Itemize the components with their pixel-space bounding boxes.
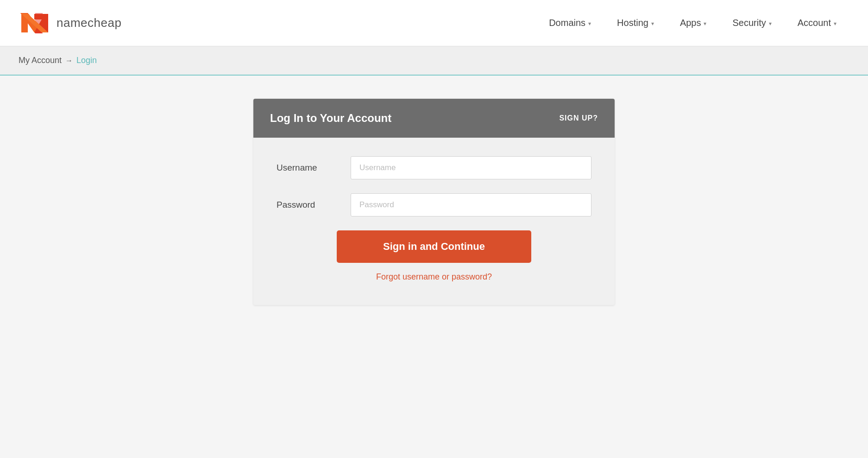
chevron-down-icon: ▾ bbox=[834, 20, 837, 27]
breadcrumb: My Account → Login bbox=[0, 46, 868, 76]
password-input[interactable] bbox=[351, 193, 591, 216]
card-body: Username Password Sign in and Continue F… bbox=[253, 138, 615, 305]
chevron-down-icon: ▾ bbox=[588, 20, 591, 27]
username-label: Username bbox=[277, 163, 341, 173]
username-input[interactable] bbox=[351, 156, 591, 179]
card-title: Log In to Your Account bbox=[270, 112, 391, 125]
nav-item-hosting[interactable]: Hosting ▾ bbox=[604, 13, 667, 33]
button-row: Sign in and Continue Forgot username or … bbox=[277, 230, 591, 282]
login-card: Log In to Your Account SIGN UP? Username… bbox=[253, 99, 615, 305]
chevron-down-icon: ▾ bbox=[651, 20, 654, 27]
main-nav: Domains ▾ Hosting ▾ Apps ▾ Security ▾ Ac… bbox=[536, 13, 849, 33]
forgot-password-link[interactable]: Forgot username or password? bbox=[376, 272, 492, 282]
nav-item-account[interactable]: Account ▾ bbox=[785, 13, 849, 33]
signin-button[interactable]: Sign in and Continue bbox=[337, 230, 531, 263]
breadcrumb-home: My Account bbox=[19, 56, 62, 65]
logo-text: namecheap bbox=[57, 16, 121, 30]
password-label: Password bbox=[277, 200, 341, 210]
nav-item-security[interactable]: Security ▾ bbox=[719, 13, 784, 33]
breadcrumb-arrow: → bbox=[65, 57, 73, 65]
username-row: Username bbox=[277, 156, 591, 179]
main-content: Log In to Your Account SIGN UP? Username… bbox=[0, 76, 868, 333]
nav-item-domains[interactable]: Domains ▾ bbox=[536, 13, 604, 33]
nav-item-apps[interactable]: Apps ▾ bbox=[667, 13, 720, 33]
chevron-down-icon: ▾ bbox=[769, 20, 772, 27]
password-row: Password bbox=[277, 193, 591, 216]
signup-link[interactable]: SIGN UP? bbox=[559, 114, 598, 122]
logo-area: namecheap bbox=[19, 9, 536, 37]
card-header: Log In to Your Account SIGN UP? bbox=[253, 99, 615, 138]
chevron-down-icon: ▾ bbox=[704, 20, 706, 27]
breadcrumb-current: Login bbox=[76, 56, 97, 65]
namecheap-logo-icon[interactable] bbox=[19, 9, 52, 37]
site-header: namecheap Domains ▾ Hosting ▾ Apps ▾ Sec… bbox=[0, 0, 868, 46]
